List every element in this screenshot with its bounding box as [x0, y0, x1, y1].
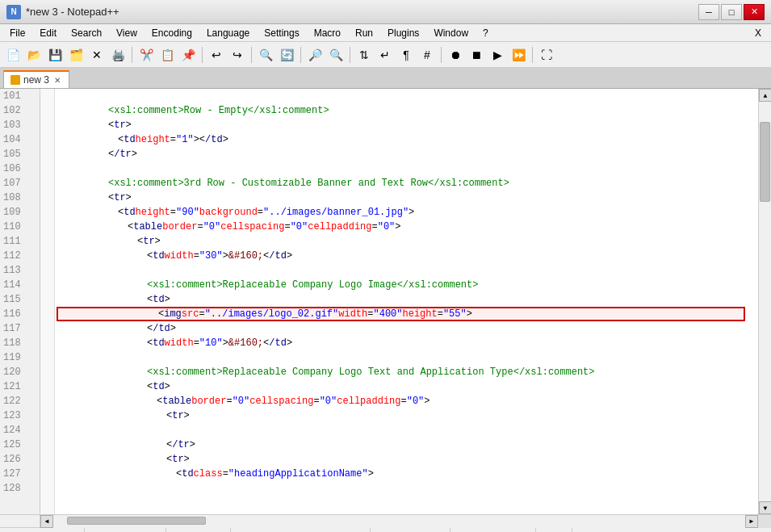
code-line: <tr>: [57, 191, 745, 205]
toolbar-all-chars[interactable]: ¶: [396, 45, 416, 65]
h-scroll-track[interactable]: [53, 515, 745, 528]
toolbar-undo[interactable]: ↩: [207, 45, 226, 65]
menu-run[interactable]: Run: [349, 24, 379, 41]
code-line: <xsl:comment>Replaceable Company Logo Te…: [57, 365, 745, 379]
toolbar-paste[interactable]: 📌: [178, 45, 198, 65]
toolbar-synchscroll[interactable]: ⇅: [354, 45, 374, 65]
menu-plugins[interactable]: Plugins: [381, 24, 425, 41]
toolbar-open[interactable]: 📂: [24, 45, 44, 65]
toolbar-close[interactable]: ✕: [87, 45, 107, 65]
code-line: <xsl:comment>3rd Row - Customizable Bann…: [57, 176, 745, 191]
menu-close-x[interactable]: X: [748, 26, 768, 40]
toolbar: 📄 📂 💾 🗂️ ✕ 🖨️ ✂️ 📋 📌 ↩ ↪ 🔍 🔄 🔎 🔍 ⇅ ↵ ¶ #…: [0, 42, 771, 68]
scroll-right-button[interactable]: ▶: [745, 515, 758, 528]
vertical-scrollbar[interactable]: ▲ ▼: [758, 89, 771, 514]
tab-new3[interactable]: new 3 ✕: [3, 70, 69, 88]
toolbar-print[interactable]: 🖨️: [108, 45, 128, 65]
toolbar-replace[interactable]: 🔄: [277, 45, 296, 65]
code-line: <td width="10">&#160;</td>: [57, 336, 745, 350]
toolbar-new[interactable]: 📄: [3, 45, 23, 65]
h-scroll-thumb[interactable]: [67, 517, 205, 525]
toolbar-macro-rec[interactable]: ⏺: [446, 45, 465, 65]
toolbar-redo[interactable]: ↪: [228, 45, 247, 65]
line-number: 116: [0, 307, 35, 321]
toolbar-saveall[interactable]: 🗂️: [66, 45, 86, 65]
toolbar-cut[interactable]: ✂️: [136, 45, 156, 65]
line-number: 124: [0, 423, 35, 438]
tab-bar: new 3 ✕: [0, 68, 771, 89]
toolbar-wordwrap[interactable]: ↵: [375, 45, 395, 65]
status-lines: lines : 767: [166, 528, 231, 532]
line-number: 113: [0, 263, 35, 278]
h-scrollbar-container: ◀ ▶: [0, 514, 771, 527]
toolbar-macro-play[interactable]: ▶: [488, 45, 507, 65]
title-buttons: ─ □ ✕: [698, 4, 765, 20]
code-line: <table border="0" cellspacing="0" cellpa…: [57, 220, 745, 234]
line-numbers: 1011021031041051061071081091101111121131…: [0, 89, 40, 514]
code-line: </td>: [57, 321, 745, 336]
line-number: 110: [0, 220, 35, 234]
title-bar-left: N *new 3 - Notepad++: [6, 5, 119, 19]
margin-markers: [40, 89, 55, 514]
line-number: 111: [0, 234, 35, 249]
toolbar-linenums[interactable]: #: [417, 45, 437, 65]
menu-search[interactable]: Search: [65, 24, 108, 41]
line-number: 118: [0, 336, 35, 350]
toolbar-sep-7: [532, 47, 533, 63]
scroll-up-button[interactable]: ▲: [759, 89, 771, 102]
horizontal-scrollbar[interactable]: ◀ ▶: [40, 515, 758, 527]
code-line: [57, 89, 745, 103]
menu-edit[interactable]: Edit: [33, 24, 63, 41]
toolbar-sep-5: [350, 47, 350, 63]
menu-help[interactable]: ?: [476, 24, 495, 41]
line-number: 126: [0, 452, 35, 467]
line-number: 121: [0, 379, 35, 394]
menu-file[interactable]: File: [3, 24, 31, 41]
menu-settings[interactable]: Settings: [258, 24, 305, 41]
maximize-button[interactable]: □: [721, 4, 742, 20]
scroll-thumb[interactable]: [760, 122, 770, 202]
line-number: 114: [0, 278, 35, 292]
toolbar-zoomout[interactable]: 🔍: [326, 45, 346, 65]
menu-view[interactable]: View: [110, 24, 144, 41]
code-line: <tr>: [57, 408, 745, 423]
toolbar-sep-1: [132, 47, 132, 63]
code-line: [57, 423, 745, 438]
minimize-button[interactable]: ─: [698, 4, 719, 20]
line-number: 123: [0, 408, 35, 423]
toolbar-copy[interactable]: 📋: [157, 45, 177, 65]
scroll-left-button[interactable]: ◀: [40, 515, 53, 528]
code-line: [57, 161, 745, 176]
toolbar-fullscreen[interactable]: ⛶: [537, 45, 556, 65]
line-number: 119: [0, 350, 35, 365]
app-icon: N: [6, 5, 21, 19]
code-line: [57, 263, 745, 278]
line-number: 102: [0, 103, 35, 118]
code-line: <td width="30">&#160;</td>: [57, 249, 745, 263]
code-area[interactable]: <xsl:comment>Row - Empty</xsl:comment> <…: [40, 89, 758, 514]
scroll-down-button[interactable]: ▼: [759, 501, 771, 514]
toolbar-sep-4: [300, 47, 301, 63]
code-line: </tr>: [57, 147, 745, 161]
menu-window[interactable]: Window: [427, 24, 475, 41]
code-line: <tr>: [57, 118, 745, 132]
line-number: 127: [0, 467, 35, 481]
line-number: 122: [0, 394, 35, 408]
status-line-ending: Dos\Windows: [371, 528, 450, 532]
close-button[interactable]: ✕: [744, 4, 765, 20]
status-encoding: ANSI as UTF-8: [450, 528, 536, 532]
toolbar-find[interactable]: 🔍: [256, 45, 275, 65]
toolbar-macro-stop[interactable]: ⏹: [467, 45, 486, 65]
line-number: 101: [0, 89, 35, 103]
tab-icon: [10, 75, 20, 85]
menu-language[interactable]: Language: [200, 24, 256, 41]
menu-encoding[interactable]: Encoding: [145, 24, 199, 41]
menu-macro[interactable]: Macro: [308, 24, 347, 41]
tab-close-button[interactable]: ✕: [52, 76, 62, 85]
toolbar-macro-run[interactable]: ⏩: [509, 45, 528, 65]
scroll-track[interactable]: [759, 102, 771, 501]
toolbar-zoomin[interactable]: 🔎: [305, 45, 325, 65]
code-line: <td class="headingApplicationName">: [57, 467, 745, 481]
toolbar-save[interactable]: 💾: [45, 45, 65, 65]
line-number: 104: [0, 132, 35, 147]
